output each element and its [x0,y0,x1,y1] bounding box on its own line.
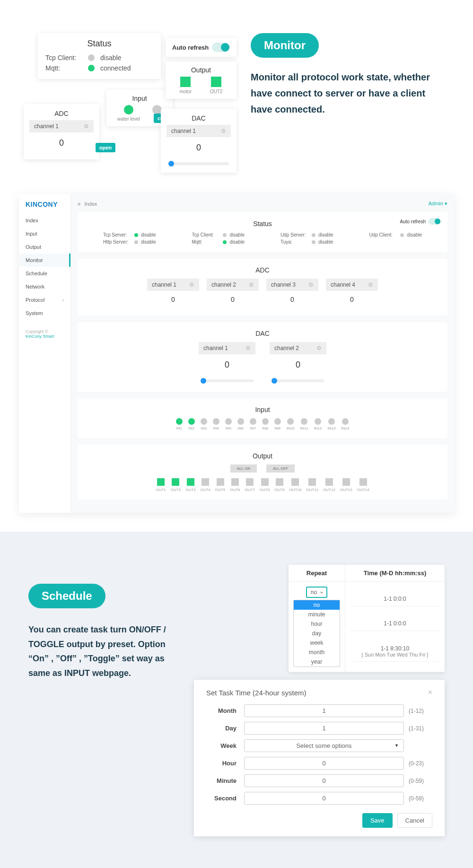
logo: KINCONY [19,201,70,214]
dac-slider[interactable] [272,379,324,382]
status-row: Mqtt:connected [45,63,153,73]
cancel-button[interactable]: Cancel [397,813,432,828]
repeat-table: Repeat Time (M-D hh:mm:ss) no nominuteho… [289,565,445,672]
input-dot[interactable]: IN12 [314,418,322,430]
day-input[interactable] [244,722,404,735]
input-dot[interactable]: IN11 [300,418,308,430]
sidebar-item-network[interactable]: Network [19,280,70,293]
sidebar-item-input[interactable]: Input [19,227,70,240]
input-dot[interactable]: IN2 [188,418,195,430]
gear-icon[interactable]: ⚙ [221,128,226,134]
output-switch[interactable]: OUT12 [323,478,335,492]
dropdown-option[interactable]: year [294,657,340,666]
dac-panel: DAC channel 1⚙0channel 2⚙0 [78,322,447,392]
close-icon[interactable]: × [428,688,432,697]
input-dot[interactable]: IN9 [274,418,281,430]
input-dot[interactable]: IN4 [213,418,219,430]
status-dot-icon [88,54,95,61]
minute-input[interactable] [244,774,404,787]
sidebar-item-protocol[interactable]: Protocol [19,293,70,307]
gear-icon[interactable]: ⚙ [368,281,373,288]
auto-refresh-card: Auto refresh [166,38,236,57]
hour-input[interactable] [244,757,404,770]
input-dot[interactable]: IN7 [250,418,256,430]
schedule-badge: Schedule [28,584,105,608]
gear-icon[interactable]: ⚙ [249,281,254,288]
output-switch[interactable]: OUT6 [230,478,240,492]
admin-menu[interactable]: Admin ▾ [429,201,447,207]
output-switch[interactable]: OUT5 [215,478,225,492]
input-dot[interactable]: IN3 [201,418,207,430]
input-dot[interactable]: IN5 [225,418,232,430]
output-switch[interactable]: OUT8 [260,478,270,492]
output-switch[interactable]: OUT9 [274,478,284,492]
dac-slider[interactable] [201,379,254,382]
output-item[interactable]: OUT2 [210,77,223,94]
status-item: Tuya:disable [280,239,333,245]
input-dot[interactable]: IN10 [287,418,295,430]
sidebar-item-schedule[interactable]: Schedule [19,267,70,280]
sidebar-item-system[interactable]: System [19,307,70,320]
second-input[interactable] [244,792,404,805]
adc-panel: ADC channel 1⚙0channel 2⚙0channel 3⚙0cha… [78,259,447,316]
dac-channel: channel 2⚙0 [270,342,326,384]
dropdown-option[interactable]: month [294,648,340,657]
status-dot-icon [88,65,95,71]
adc-channel: channel 2⚙0 [207,279,259,308]
output-switch[interactable]: OUT4 [200,478,210,492]
input-dot[interactable]: IN8 [262,418,269,430]
gear-icon[interactable]: ⚙ [245,345,251,351]
dropdown-option[interactable]: no [294,600,340,610]
sidebar-item-index[interactable]: Index [19,214,70,227]
adc-card: ADC channel 1⚙ 0 [24,104,99,159]
monitor-description: Monitor all protocol work state, whether… [251,69,449,117]
dropdown-option[interactable]: hour [294,619,340,629]
input-dot[interactable]: IN1 [176,418,183,430]
dac-slider[interactable] [168,162,229,165]
output-switch[interactable]: OUT1 [156,478,166,492]
input-dot[interactable]: IN13 [327,418,335,430]
input-dot[interactable]: IN14 [341,418,349,430]
repeat-select[interactable]: no [306,587,327,598]
output-switch[interactable]: OUT2 [171,478,181,492]
auto-refresh-toggle[interactable] [429,218,441,225]
gear-icon[interactable]: ⚙ [189,281,194,288]
status-item: Udp Client:disable [369,232,422,237]
time-cell: 1-1 8:30:10[ Sun Mon Tue Wed Thu Fri ] [350,641,440,662]
output-switch[interactable]: OUT3 [185,478,195,492]
output-switch[interactable]: OUT7 [245,478,255,492]
dropdown-option[interactable]: week [294,638,340,648]
output-item[interactable]: motor [179,77,192,94]
dropdown-option[interactable]: day [294,629,340,638]
status-item: Http Server:disable [103,239,156,245]
sidebar-item-monitor[interactable]: Monitor [19,254,70,267]
adc-channel: channel 3⚙0 [266,279,318,308]
all-off-button[interactable]: ALL OFF [266,465,295,473]
gear-icon[interactable]: ⚙ [316,345,322,351]
repeat-dropdown[interactable]: nominutehourdayweekmonthyear [293,600,340,667]
menu-icon[interactable]: ≡ [78,201,80,207]
gear-icon[interactable]: ⚙ [84,123,89,130]
status-item: Tcp Client:disable [192,232,245,237]
status-row: Tcp Client:disable [45,53,153,63]
dropdown-option[interactable]: minute [294,610,340,619]
all-on-button[interactable]: ALL ON [230,465,257,473]
status-item: Mqtt:disable [192,239,245,245]
output-switch[interactable]: OUT14 [357,478,369,492]
status-item: Tcp Server:disable [103,232,156,237]
save-button[interactable]: Save [362,813,393,828]
dac-card: DAC channel 1⚙ 0 [161,109,236,173]
adc-channel: channel 1⚙0 [147,279,199,308]
output-switch[interactable]: OUT13 [340,478,352,492]
breadcrumb: Index [84,201,97,207]
week-select[interactable]: Select some options [244,739,404,752]
month-input[interactable] [244,704,404,717]
input-dot[interactable]: IN6 [237,418,244,430]
input-dot[interactable]: water level [117,105,140,122]
sidebar-item-output[interactable]: Output [19,240,70,254]
auto-refresh-toggle[interactable] [212,43,230,52]
output-switch[interactable]: OUT10 [289,478,302,492]
status-title: Status [45,39,153,49]
gear-icon[interactable]: ⚙ [308,281,314,288]
output-switch[interactable]: OUT11 [306,478,318,492]
